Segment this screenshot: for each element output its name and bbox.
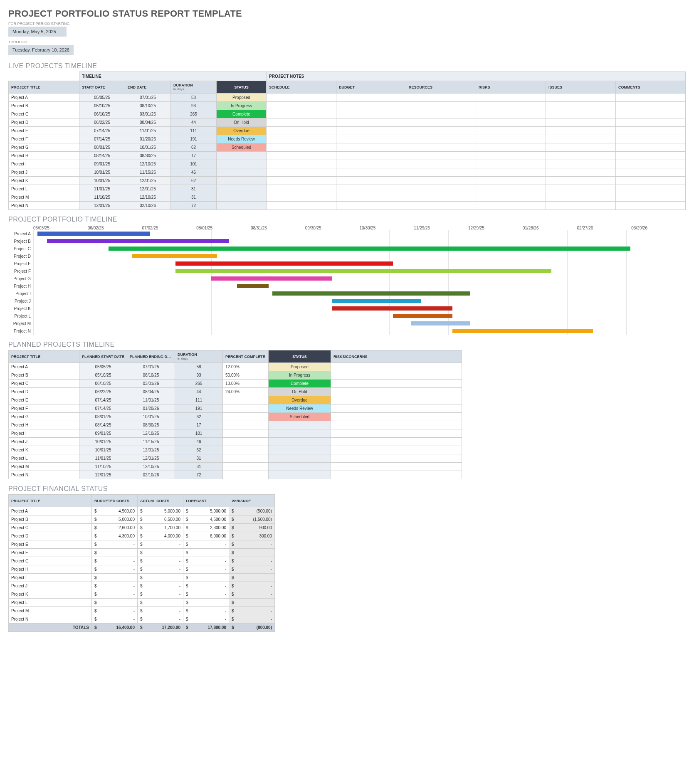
- cell-budgeted: $-: [92, 599, 138, 607]
- cell-title: Project E: [9, 540, 92, 549]
- cell-risks: [476, 102, 546, 110]
- cell-status: [217, 160, 267, 168]
- cell-title: Project J: [9, 438, 79, 446]
- cell-risks: [331, 380, 462, 388]
- cell-forecast: $5,000.00: [183, 507, 229, 515]
- cell-duration: 31: [175, 463, 223, 471]
- page-title: PROJECT PORTFOLIO STATUS REPORT TEMPLATE: [8, 8, 686, 19]
- gantt-row: [33, 268, 686, 275]
- gantt-bar: [132, 254, 217, 258]
- table-row: Project D$4,300.00$4,000.00$6,000.00$300…: [9, 532, 275, 540]
- cell-end: 08/10/25: [127, 371, 175, 380]
- cell-end: 01/20/26: [127, 404, 175, 413]
- cell-status: Proposed: [269, 363, 331, 371]
- period-end-value: Tuesday, February 10, 2026: [8, 45, 74, 55]
- gantt-row-label: Project J: [8, 298, 33, 305]
- gantt-row-label: Project N: [8, 328, 33, 335]
- cell-percent: [223, 413, 269, 421]
- cell-title: Project I: [9, 429, 79, 438]
- table-row: Project L$-$-$-$-: [9, 599, 275, 607]
- cell-duration: 46: [175, 438, 223, 446]
- cell-budgeted: $-: [92, 590, 138, 599]
- cell-status: In Progress: [269, 371, 331, 380]
- cell-risks: [331, 388, 462, 396]
- group-blank: [9, 72, 79, 81]
- cell-duration: 31: [171, 185, 217, 193]
- cell-variance: $-: [229, 582, 275, 590]
- cell-title: Project B: [9, 515, 92, 524]
- table-row: Project B$5,000.00$6,500.00$4,500.00$(1,…: [9, 515, 275, 524]
- cell-variance: $-: [229, 607, 275, 615]
- cell-percent: [223, 421, 269, 429]
- cell-variance: $-: [229, 599, 275, 607]
- gantt-bar: [411, 321, 470, 325]
- gantt-row: [33, 238, 686, 245]
- cell-risks: [476, 160, 546, 168]
- cell-duration: 62: [175, 446, 223, 454]
- cell-actual: $-: [138, 582, 183, 590]
- cell-risks: [331, 446, 462, 454]
- gantt-tick: 01/28/26: [523, 226, 577, 230]
- cell-forecast: $-: [183, 582, 229, 590]
- col-risks-concerns: RISKS/CONCERNS: [331, 350, 462, 363]
- col-budgeted: BUDGETED COSTS: [92, 495, 138, 507]
- cell-resources: [406, 143, 476, 152]
- col-start-date: START DATE: [79, 81, 125, 94]
- table-row: Project E07/14/2511/01/25111Overdue: [9, 127, 686, 135]
- gantt-row: [33, 260, 686, 268]
- cell-end: 07/01/25: [127, 363, 175, 371]
- cell-schedule: [267, 135, 336, 143]
- cell-status: On Hold: [217, 118, 267, 127]
- gantt-row: [33, 245, 686, 253]
- cell-variance: $-: [229, 590, 275, 599]
- live-projects-table: TIMELINE PROJECT NOTES PROJECT TITLE STA…: [8, 71, 686, 210]
- cell-schedule: [267, 110, 336, 118]
- cell-end: 02/10/26: [125, 202, 171, 210]
- col-resources: RESOURCES: [406, 81, 476, 94]
- cell-end: 12/10/25: [125, 193, 171, 202]
- cell-start: 05/10/25: [79, 371, 127, 380]
- cell-duration: 58: [171, 94, 217, 102]
- cell-schedule: [267, 118, 336, 127]
- table-row: Project E07/14/2511/01/25111Overdue: [9, 396, 462, 404]
- table-row: Project I09/01/2512/10/25101: [9, 429, 462, 438]
- cell-start: 08/14/25: [79, 152, 125, 160]
- cell-budgeted: $4,500.00: [92, 507, 138, 515]
- cell-title: Project C: [9, 380, 79, 388]
- cell-percent: 50.00%: [223, 371, 269, 380]
- col-schedule: SCHEDULE: [267, 81, 336, 94]
- col-planned-start: PLANNED START DATE: [79, 350, 127, 363]
- cell-forecast: $-: [183, 565, 229, 574]
- cell-status: [217, 193, 267, 202]
- cell-status: Needs Review: [217, 135, 267, 143]
- gantt-row: [33, 305, 686, 313]
- cell-comments: [615, 102, 685, 110]
- gantt-tick: 05/03/25: [33, 226, 88, 230]
- cell-issues: [546, 160, 615, 168]
- cell-duration: 191: [175, 404, 223, 413]
- cell-status: [269, 429, 331, 438]
- table-row: Project A05/05/2507/01/2558Proposed: [9, 94, 686, 102]
- gantt-row: [33, 328, 686, 335]
- planned-projects-table: PROJECT TITLE PLANNED START DATE PLANNED…: [8, 350, 462, 479]
- cell-status: Complete: [217, 110, 267, 118]
- cell-resources: [406, 193, 476, 202]
- cell-start: 09/01/25: [79, 160, 125, 168]
- cell-variance: $(1,500.00): [229, 515, 275, 524]
- cell-duration: 111: [175, 396, 223, 404]
- cell-status: Needs Review: [269, 404, 331, 413]
- cell-comments: [615, 135, 685, 143]
- cell-start: 05/05/25: [79, 94, 125, 102]
- table-row: Project G08/01/2510/01/2562Scheduled: [9, 143, 686, 152]
- cell-duration: 46: [171, 168, 217, 177]
- group-timeline: TIMELINE: [79, 72, 267, 81]
- section-financial: PROJECT FINANCIAL STATUS: [8, 485, 686, 493]
- cell-title: Project I: [9, 160, 79, 168]
- cell-budget: [336, 135, 406, 143]
- cell-title: Project N: [9, 202, 79, 210]
- gantt-bar: [47, 239, 229, 243]
- table-row: Project M11/10/2512/10/2531: [9, 463, 462, 471]
- table-row: Project N$-$-$-$-: [9, 615, 275, 624]
- cell-forecast: $-: [183, 540, 229, 549]
- cell-title: Project L: [9, 454, 79, 463]
